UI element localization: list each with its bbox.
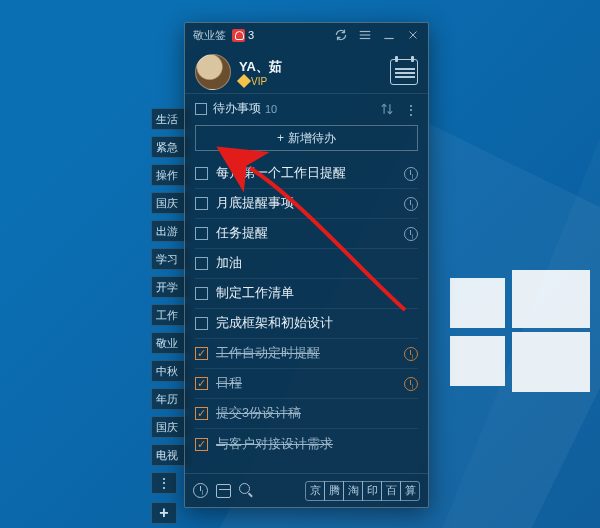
app-window: 敬业签 3 bbox=[184, 22, 429, 508]
section-title: 待办事项 bbox=[213, 100, 261, 117]
category-more[interactable] bbox=[151, 472, 177, 494]
app-name: 敬业签 bbox=[193, 28, 226, 43]
checkbox[interactable] bbox=[195, 287, 208, 300]
add-todo-label: 新增待办 bbox=[288, 130, 336, 147]
reminder-clock-icon bbox=[404, 167, 418, 181]
footer-shortcut[interactable]: 京 bbox=[305, 481, 325, 501]
todo-text: 与客户对接设计需求 bbox=[216, 436, 333, 453]
todo-item[interactable]: 加油 bbox=[195, 249, 418, 279]
category-add[interactable]: + bbox=[151, 502, 177, 524]
calendar-icon[interactable] bbox=[390, 59, 418, 85]
sync-icon[interactable] bbox=[334, 28, 348, 42]
footer-shortcut[interactable]: 百 bbox=[381, 481, 401, 501]
todo-item[interactable]: ✓与客户对接设计需求 bbox=[195, 429, 418, 459]
plus-icon: + bbox=[277, 131, 284, 145]
footer-clock-icon[interactable] bbox=[193, 483, 208, 498]
todo-item[interactable]: 月底提醒事项 bbox=[195, 189, 418, 219]
user-name: YA、茹 bbox=[239, 58, 282, 76]
section-header: 待办事项 10 bbox=[185, 93, 428, 121]
todo-text: 工作自动定时提醒 bbox=[216, 345, 320, 362]
title-bar: 敬业签 3 bbox=[185, 23, 428, 47]
todo-text: 每月第一个工作日提醒 bbox=[216, 165, 346, 182]
windows-logo bbox=[450, 270, 590, 410]
todo-text: 月底提醒事项 bbox=[216, 195, 294, 212]
checkbox[interactable] bbox=[195, 227, 208, 240]
checkbox[interactable] bbox=[195, 167, 208, 180]
checkbox[interactable] bbox=[195, 317, 208, 330]
todo-text: 完成框架和初始设计 bbox=[216, 315, 333, 332]
todo-text: 提交3份设计稿 bbox=[216, 405, 301, 422]
todo-item[interactable]: 制定工作清单 bbox=[195, 279, 418, 309]
footer-shortcut[interactable]: 印 bbox=[362, 481, 382, 501]
checkbox[interactable]: ✓ bbox=[195, 377, 208, 390]
menu-icon[interactable] bbox=[358, 28, 372, 42]
diamond-icon bbox=[237, 74, 251, 88]
checkbox[interactable]: ✓ bbox=[195, 438, 208, 451]
todo-item[interactable]: 每月第一个工作日提醒 bbox=[195, 159, 418, 189]
todo-text: 制定工作清单 bbox=[216, 285, 294, 302]
add-todo-button[interactable]: + 新增待办 bbox=[195, 125, 418, 151]
avatar[interactable] bbox=[195, 54, 231, 90]
footer-calendar-icon[interactable] bbox=[216, 484, 231, 498]
checkbox[interactable]: ✓ bbox=[195, 407, 208, 420]
section-checkbox-icon bbox=[195, 103, 207, 115]
sort-icon[interactable] bbox=[380, 102, 394, 116]
notification-count: 3 bbox=[248, 29, 254, 41]
more-icon[interactable] bbox=[404, 102, 418, 116]
footer-search-icon[interactable] bbox=[239, 483, 254, 498]
checkbox[interactable]: ✓ bbox=[195, 347, 208, 360]
todo-item[interactable]: 任务提醒 bbox=[195, 219, 418, 249]
todo-item[interactable]: ✓工作自动定时提醒 bbox=[195, 339, 418, 369]
reminder-clock-icon bbox=[404, 197, 418, 211]
todo-item[interactable]: 完成框架和初始设计 bbox=[195, 309, 418, 339]
notification-badge[interactable]: 3 bbox=[232, 29, 254, 42]
user-row: YA、茹 VIP bbox=[185, 47, 428, 93]
footer-shortcut[interactable]: 腾 bbox=[324, 481, 344, 501]
reminder-clock-icon bbox=[404, 377, 418, 391]
footer: 京腾淘印百算 bbox=[185, 473, 428, 507]
reminder-clock-icon bbox=[404, 227, 418, 241]
section-count: 10 bbox=[265, 103, 277, 115]
desktop: 生活紧急操作国庆出游学习开学工作敬业中秋年历国庆电视+ 敬业签 3 bbox=[0, 0, 600, 528]
minimize-icon[interactable] bbox=[382, 28, 396, 42]
footer-shortcut[interactable]: 算 bbox=[400, 481, 420, 501]
todo-list: 每月第一个工作日提醒月底提醒事项任务提醒加油制定工作清单完成框架和初始设计✓工作… bbox=[185, 159, 428, 473]
footer-shortcuts: 京腾淘印百算 bbox=[306, 481, 420, 501]
checkbox[interactable] bbox=[195, 257, 208, 270]
reminder-clock-icon bbox=[404, 347, 418, 361]
todo-text: 日程 bbox=[216, 375, 242, 392]
todo-text: 任务提醒 bbox=[216, 225, 268, 242]
footer-shortcut[interactable]: 淘 bbox=[343, 481, 363, 501]
todo-item[interactable]: ✓提交3份设计稿 bbox=[195, 399, 418, 429]
vip-badge: VIP bbox=[239, 76, 282, 87]
todo-text: 加油 bbox=[216, 255, 242, 272]
todo-item[interactable]: ✓日程 bbox=[195, 369, 418, 399]
close-icon[interactable] bbox=[406, 28, 420, 42]
bell-icon bbox=[232, 29, 245, 42]
checkbox[interactable] bbox=[195, 197, 208, 210]
